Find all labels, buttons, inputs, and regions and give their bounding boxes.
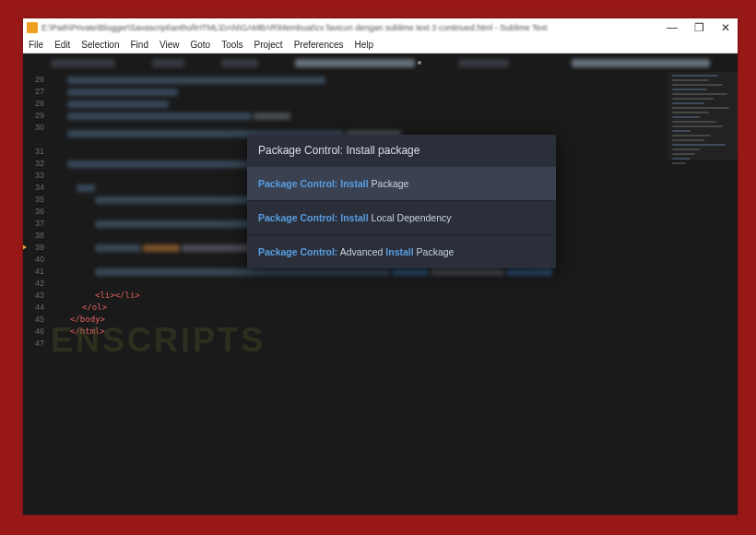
line-number: 44 (23, 302, 49, 314)
close-button[interactable]: ✕ (721, 21, 730, 34)
open-file-tab[interactable] (458, 59, 509, 67)
command-palette: Package Control: Install Package Package… (247, 135, 556, 268)
line-number: 28 (23, 98, 49, 110)
line-number: 45 (23, 314, 49, 326)
palette-item-highlight: Package Control: (258, 246, 337, 257)
open-file-tab[interactable] (51, 59, 115, 67)
tab-modified-icon (418, 61, 421, 65)
open-file-tab[interactable] (221, 59, 258, 67)
line-number: 34 (23, 182, 49, 194)
code-line: <li></li> (49, 290, 738, 302)
line-number: 46 (23, 326, 49, 338)
code-line (49, 74, 738, 86)
menu-file[interactable]: File (29, 40, 43, 50)
open-file-tab-active[interactable] (572, 59, 710, 67)
line-number: 31 (23, 146, 49, 158)
menu-view[interactable]: View (159, 40, 180, 50)
minimize-button[interactable]: — (667, 21, 678, 34)
application-window: E:\Path\Private\Blogger\Savascript\antho… (23, 18, 738, 515)
title-bar: E:\Path\Private\Blogger\Savascript\antho… (23, 18, 738, 37)
line-number: 38 (23, 230, 49, 242)
palette-item-highlight: Install (385, 246, 413, 257)
line-number: 26 (23, 74, 49, 86)
line-number: 32 (23, 158, 49, 170)
palette-item-rest: Package (414, 246, 455, 257)
app-icon (27, 22, 38, 33)
code-line (49, 86, 738, 98)
palette-item[interactable]: Package Control: Install Local Dependenc… (247, 200, 556, 234)
line-number: 36 (23, 206, 49, 218)
open-file-tab[interactable] (152, 59, 184, 67)
menu-help[interactable]: Help (355, 40, 374, 50)
tab-bar (23, 54, 738, 72)
code-line: </ol> (49, 302, 738, 314)
line-number: 42 (23, 278, 49, 290)
menu-project[interactable]: Project (254, 40, 283, 50)
line-number: 27 (23, 86, 49, 98)
code-line (49, 98, 738, 110)
line-number: 43 (23, 290, 49, 302)
line-number: 40 (23, 254, 49, 266)
line-number: 37 (23, 218, 49, 230)
menu-tools[interactable]: Tools (221, 40, 242, 50)
code-line: </body> (49, 314, 738, 326)
line-number: 35 (23, 194, 49, 206)
maximize-button[interactable]: ❐ (694, 21, 704, 34)
palette-item-rest: Package (369, 178, 409, 189)
line-number-gutter: 2627282930313233343536373839404142434445… (23, 72, 49, 515)
code-line (49, 110, 738, 122)
palette-item-mid: Advanced (337, 246, 385, 257)
menu-preferences[interactable]: Preferences (294, 40, 344, 50)
palette-item-highlight: Package Control: Install (258, 178, 369, 189)
line-number: 29 (23, 110, 49, 122)
open-file-tab[interactable] (295, 59, 415, 67)
palette-item[interactable]: Package Control: Install Package (247, 166, 556, 200)
palette-item-rest: Local Dependency (369, 212, 452, 223)
command-palette-input[interactable] (247, 135, 556, 166)
line-number: 33 (23, 170, 49, 182)
menu-bar: File Edit Selection Find View Goto Tools… (23, 37, 738, 54)
editor-area: 2627282930313233343536373839404142434445… (23, 54, 738, 515)
minimap[interactable] (668, 72, 738, 515)
menu-edit[interactable]: Edit (54, 40, 70, 50)
line-number: 39 (23, 242, 49, 254)
line-number: 47 (23, 338, 49, 350)
menu-goto[interactable]: Goto (190, 40, 210, 50)
palette-item[interactable]: Package Control: Advanced Install Packag… (247, 234, 556, 268)
menu-find[interactable]: Find (131, 40, 148, 50)
line-number: 30 (23, 122, 49, 146)
window-title: E:\Path\Private\Blogger\Savascript\antho… (41, 23, 667, 32)
code-line (49, 338, 738, 350)
code-line (49, 278, 738, 290)
palette-item-highlight: Package Control: Install (258, 212, 369, 223)
code-line: </html> (49, 326, 738, 338)
menu-selection[interactable]: Selection (81, 40, 119, 50)
line-number: 41 (23, 266, 49, 278)
